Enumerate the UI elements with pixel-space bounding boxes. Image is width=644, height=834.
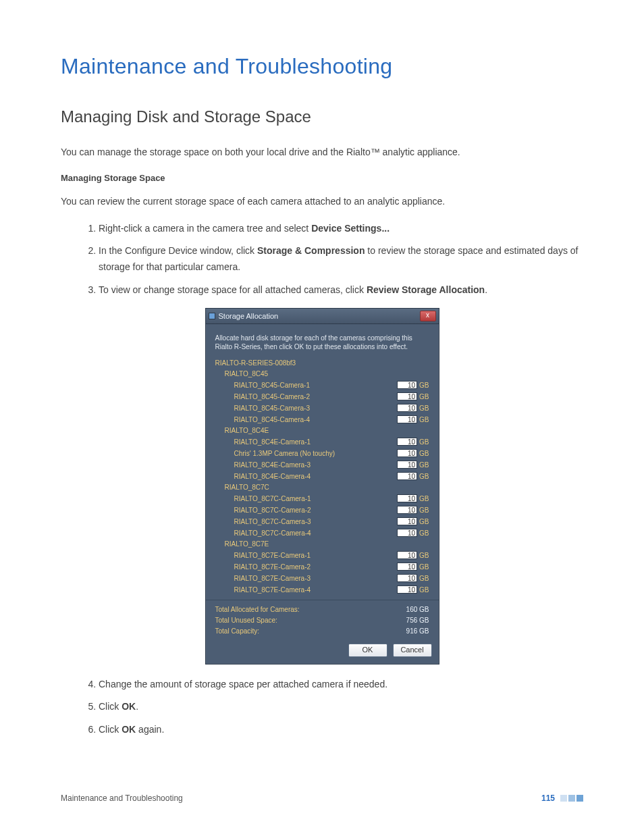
unit-label: GB [419, 586, 429, 594]
page-title: Maintenance and Troubleshooting [61, 54, 583, 79]
unit-label: GB [419, 529, 429, 537]
camera-row: RIALTO_8C45-Camera-4GB [215, 414, 429, 425]
row-label: RIALTO_8C7E-Camera-3 [234, 575, 311, 582]
storage-input[interactable] [397, 438, 417, 446]
total-value: 756 GB [406, 617, 429, 624]
row-label: RIALTO-R-SERIES-008bf3 [215, 359, 296, 367]
section-heading: Managing Disk and Storage Space [61, 107, 583, 126]
unit-label: GB [419, 382, 429, 389]
row-label: RIALTO_8C4E-Camera-3 [234, 461, 311, 469]
unit-label: GB [419, 438, 429, 446]
total-label: Total Capacity: [215, 627, 260, 635]
storage-input[interactable] [397, 517, 417, 525]
camera-row: RIALTO_8C7C-Camera-4GB [215, 527, 429, 539]
row-label: RIALTO_8C4E [225, 427, 269, 434]
storage-input[interactable] [397, 529, 417, 537]
step-6: Click OK again. [99, 722, 583, 738]
storage-input[interactable] [397, 563, 417, 571]
row-label: RIALTO_8C7E-Camera-4 [234, 586, 311, 594]
camera-row: RIALTO_8C7E-Camera-3GB [215, 573, 429, 584]
storage-input[interactable] [397, 415, 417, 423]
unit-label: GB [419, 506, 429, 514]
row-label: RIALTO_8C45-Camera-4 [234, 416, 310, 423]
unit-label: GB [419, 518, 429, 525]
unit-label: GB [419, 393, 429, 400]
storage-allocation-dialog: Storage Allocation x Allocate hard disk … [205, 308, 439, 664]
camera-row: RIALTO_8C45-Camera-1GB [215, 380, 429, 391]
row-label: RIALTO_8C7E [225, 540, 269, 548]
unit-label: GB [419, 495, 429, 502]
total-value: 916 GB [406, 627, 429, 635]
camera-row: RIALTO_8C7C-Camera-2GB [215, 504, 429, 516]
footer-logo-icon [560, 795, 583, 802]
unit-label: GB [419, 416, 429, 423]
page-number: 115 [541, 793, 555, 803]
total-row: Total Allocated for Cameras:160 GB [215, 604, 429, 615]
camera-row: RIALTO_8C4E-Camera-1GB [215, 436, 429, 448]
row-label: Chris' 1.3MP Camera (No touchy) [234, 450, 336, 457]
ok-button[interactable]: OK [348, 644, 387, 657]
step-4: Change the amount of storage space per a… [99, 677, 583, 693]
step-2: In the Configure Device window, click St… [99, 243, 583, 276]
intro-paragraph: You can manage the storage space on both… [61, 145, 583, 159]
totals-section: Total Allocated for Cameras:160 GBTotal … [206, 600, 439, 640]
storage-input[interactable] [397, 551, 417, 559]
group-row: RIALTO-R-SERIES-008bf3 [215, 358, 429, 369]
storage-input[interactable] [397, 392, 417, 400]
group-row: RIALTO_8C4E [215, 425, 429, 436]
storage-input[interactable] [397, 494, 417, 502]
camera-row: RIALTO_8C4E-Camera-3GB [215, 459, 429, 471]
camera-row: RIALTO_8C45-Camera-3GB [215, 402, 429, 414]
camera-row: RIALTO_8C45-Camera-2GB [215, 391, 429, 402]
row-label: RIALTO_8C7C-Camera-4 [234, 529, 311, 537]
step-3: To view or change storage space for all … [99, 282, 583, 298]
row-label: RIALTO_8C7E-Camera-2 [234, 563, 311, 571]
total-label: Total Unused Space: [215, 617, 277, 624]
camera-row: RIALTO_8C4E-Camera-4GB [215, 471, 429, 482]
row-label: RIALTO_8C7C-Camera-2 [234, 506, 311, 514]
row-label: RIALTO_8C45 [225, 370, 269, 377]
close-button[interactable]: x [420, 311, 436, 321]
row-label: RIALTO_8C4E-Camera-1 [234, 438, 311, 446]
dialog-title: Storage Allocation [219, 312, 279, 320]
group-row: RIALTO_8C7C [215, 482, 429, 493]
dialog-titlebar[interactable]: Storage Allocation x [206, 309, 439, 324]
storage-input[interactable] [397, 404, 417, 412]
group-row: RIALTO_8C45 [215, 369, 429, 380]
row-label: RIALTO_8C4E-Camera-4 [234, 473, 311, 480]
row-label: RIALTO_8C45-Camera-2 [234, 393, 310, 400]
subsection-paragraph: You can review the current storage space… [61, 194, 583, 209]
storage-input[interactable] [397, 574, 417, 582]
camera-row: Chris' 1.3MP Camera (No touchy)GB [215, 448, 429, 459]
step-5: Click OK. [99, 699, 583, 715]
footer-title: Maintenance and Troubleshooting [61, 793, 183, 803]
unit-label: GB [419, 575, 429, 582]
row-label: RIALTO_8C45-Camera-1 [234, 382, 310, 389]
steps-list-continued: Change the amount of storage space per a… [61, 677, 583, 738]
dialog-description: Allocate hard disk storage for each of t… [206, 324, 439, 357]
total-value: 160 GB [406, 606, 429, 613]
camera-row: RIALTO_8C7E-Camera-1GB [215, 550, 429, 561]
total-label: Total Allocated for Cameras: [215, 606, 300, 613]
row-label: RIALTO_8C7C [225, 484, 269, 491]
unit-label: GB [419, 552, 429, 559]
cancel-button[interactable]: Cancel [393, 644, 432, 657]
row-label: RIALTO_8C7E-Camera-1 [234, 552, 311, 559]
app-icon [209, 313, 215, 319]
row-label: RIALTO_8C7C-Camera-3 [234, 518, 311, 525]
camera-row: RIALTO_8C7C-Camera-3GB [215, 516, 429, 527]
storage-input[interactable] [397, 472, 417, 480]
unit-label: GB [419, 450, 429, 457]
camera-row: RIALTO_8C7E-Camera-4GB [215, 584, 429, 596]
camera-row: RIALTO_8C7C-Camera-1GB [215, 493, 429, 504]
storage-input[interactable] [397, 506, 417, 514]
unit-label: GB [419, 461, 429, 469]
unit-label: GB [419, 405, 429, 412]
storage-input[interactable] [397, 381, 417, 389]
group-row: RIALTO_8C7E [215, 539, 429, 550]
step-1: Right-click a camera in the camera tree … [99, 221, 583, 237]
storage-input[interactable] [397, 585, 417, 594]
storage-input[interactable] [397, 461, 417, 469]
camera-tree: RIALTO-R-SERIES-008bf3RIALTO_8C45RIALTO_… [206, 357, 439, 600]
storage-input[interactable] [397, 449, 417, 457]
